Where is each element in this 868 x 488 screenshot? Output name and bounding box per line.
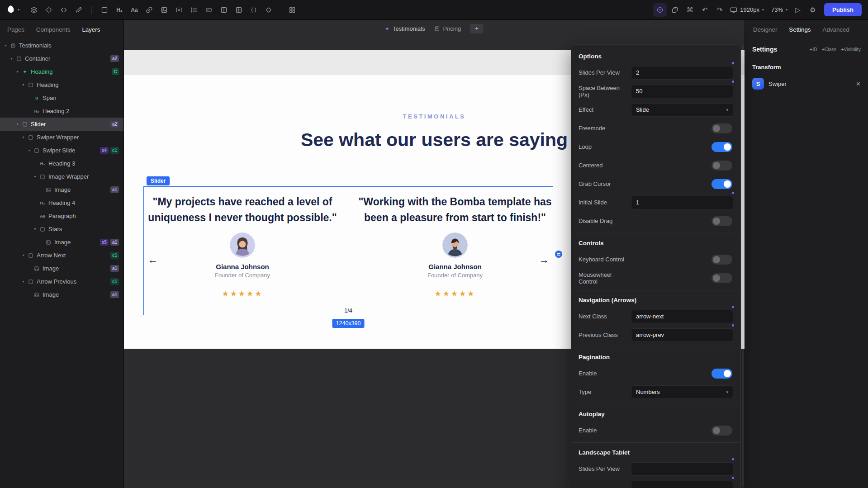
testimonial-quote[interactable]: "Working with the Bomba template has bee… bbox=[357, 194, 553, 226]
code-view-icon[interactable] bbox=[57, 3, 71, 17]
slider-arrow-next[interactable]: → bbox=[539, 253, 549, 266]
select-effect[interactable]: Slide▾ bbox=[631, 103, 733, 117]
layer-heading-4[interactable]: H₄Heading 4 bbox=[0, 196, 123, 209]
tab-advanced[interactable]: Advanced bbox=[823, 26, 849, 33]
transform-swiper-row[interactable]: S Swiper ✕ bbox=[745, 75, 868, 92]
man-portrait-photo[interactable] bbox=[442, 232, 468, 258]
layer-image[interactable]: Imagea1 bbox=[0, 288, 123, 301]
video-icon[interactable] bbox=[172, 3, 186, 17]
link-icon[interactable] bbox=[142, 3, 156, 17]
shortcuts-command-icon[interactable]: ⌘ bbox=[683, 3, 697, 17]
caret-down-icon[interactable]: ▾ bbox=[20, 83, 26, 87]
caret-down-icon[interactable]: ▾ bbox=[26, 148, 32, 152]
elements-stack-icon[interactable] bbox=[27, 3, 41, 17]
layer-swiper-wrapper[interactable]: ▾Swiper Wrapper bbox=[0, 131, 123, 144]
tab-settings[interactable]: Settings bbox=[789, 26, 811, 33]
undo-icon[interactable]: ↶ bbox=[698, 3, 711, 17]
tab-designer[interactable]: Designer bbox=[753, 26, 777, 33]
selection-drag-handle[interactable] bbox=[555, 251, 562, 258]
testimonial-name[interactable]: Gianna Johnson bbox=[357, 263, 553, 270]
layer-slider[interactable]: ▾Slidera2 bbox=[0, 118, 123, 131]
caret-down-icon[interactable]: ▾ bbox=[9, 57, 14, 61]
layer-stars[interactable]: ▾Stars bbox=[0, 223, 123, 236]
toggle-enable[interactable] bbox=[711, 369, 732, 379]
layer-arrow-next[interactable]: ▾Arrow Nextc1 bbox=[0, 249, 123, 262]
add-visibility-button[interactable]: +Visibility bbox=[841, 47, 861, 52]
layer-heading[interactable]: ▾✦HeadingC bbox=[0, 65, 123, 78]
testimonial-role[interactable]: Founder of Company bbox=[145, 272, 340, 279]
text-icon[interactable]: Aa bbox=[128, 3, 141, 17]
shapes-icon[interactable] bbox=[262, 3, 275, 17]
device-width-select[interactable]: 1920px ▾ bbox=[726, 4, 768, 16]
layer-image[interactable]: Imagea1 bbox=[0, 183, 123, 196]
publish-button[interactable]: Publish bbox=[824, 3, 862, 16]
heading-icon[interactable]: H₁ bbox=[113, 3, 126, 17]
inspect-icon[interactable] bbox=[653, 3, 667, 17]
app-logo-menu[interactable]: ▾ bbox=[6, 5, 19, 15]
select-type[interactable]: Numbers▾ bbox=[631, 385, 733, 399]
caret-down-icon[interactable]: ▾ bbox=[14, 70, 20, 74]
layer-container[interactable]: ▾Containera2 bbox=[0, 52, 123, 65]
caret-down-icon[interactable]: ▾ bbox=[14, 122, 20, 126]
toggle-loop[interactable] bbox=[711, 142, 732, 152]
input-previous-class[interactable] bbox=[631, 328, 733, 342]
toggle-disable-drag[interactable] bbox=[711, 216, 732, 226]
grid-icon[interactable] bbox=[232, 3, 246, 17]
testimonial-role[interactable]: Founder of Company bbox=[357, 272, 553, 279]
add-id-button[interactable]: +ID bbox=[810, 47, 817, 52]
caret-down-icon[interactable]: ▾ bbox=[20, 253, 26, 257]
layer-image-wrapper[interactable]: ▾Image Wrapper bbox=[0, 170, 123, 183]
star-rating[interactable]: ★★★★★ bbox=[357, 289, 553, 298]
layer-testimonials[interactable]: ▾Testimonials bbox=[0, 39, 123, 52]
apps-grid-icon[interactable] bbox=[285, 3, 299, 17]
columns-icon[interactable] bbox=[217, 3, 231, 17]
sidebar-tab-pages[interactable]: Pages bbox=[7, 26, 24, 33]
preview-play-icon[interactable]: ▷ bbox=[791, 3, 805, 17]
layer-image[interactable]: Imagex5a1 bbox=[0, 236, 123, 249]
page-tab-pricing[interactable]: Pricing bbox=[434, 25, 461, 32]
caret-down-icon[interactable]: ▾ bbox=[20, 135, 26, 139]
caret-down-icon[interactable]: ▾ bbox=[3, 43, 9, 47]
woman-portrait-photo[interactable] bbox=[230, 232, 255, 258]
input-space-between-px[interactable] bbox=[631, 85, 733, 98]
container-icon[interactable] bbox=[98, 3, 111, 17]
sidebar-tab-layers[interactable]: Layers bbox=[82, 26, 100, 33]
copy-layers-icon[interactable] bbox=[668, 3, 682, 17]
layer-arrow-previous[interactable]: ▾Arrow Previousc1 bbox=[0, 275, 123, 288]
toggle-freemode[interactable] bbox=[711, 123, 732, 133]
remove-transform-icon[interactable]: ✕ bbox=[856, 81, 861, 87]
toggle-mousewheel-control[interactable] bbox=[711, 273, 732, 283]
toggle-centered[interactable] bbox=[711, 161, 732, 171]
layer-image[interactable]: Imagea1 bbox=[0, 262, 123, 275]
embed-code-icon[interactable] bbox=[247, 3, 261, 17]
selection-element-label[interactable]: Slider bbox=[147, 176, 170, 185]
input-next-class[interactable] bbox=[631, 310, 733, 323]
caret-down-icon[interactable]: ▾ bbox=[32, 175, 38, 179]
input-item[interactable] bbox=[631, 481, 733, 488]
component-target-icon[interactable] bbox=[42, 3, 56, 17]
testimonial-slide[interactable]: "Working with the Bomba template has bee… bbox=[357, 194, 553, 298]
toggle-keyboard-control[interactable] bbox=[711, 255, 732, 265]
testimonial-slide[interactable]: "My projects have reached a level of uni… bbox=[145, 194, 340, 298]
toggle-enable[interactable] bbox=[711, 426, 732, 436]
sidebar-tab-components[interactable]: Components bbox=[36, 26, 71, 33]
toggle-grab-cursor[interactable] bbox=[711, 179, 732, 189]
layer-swiper-slide[interactable]: ▾Swiper Slidex4c1 bbox=[0, 144, 123, 157]
page-tab-testimonials[interactable]: ✦Testimonials bbox=[385, 25, 425, 32]
star-rating[interactable]: ★★★★★ bbox=[145, 289, 340, 298]
caret-down-icon[interactable]: ▾ bbox=[32, 227, 38, 231]
layer-paragraph[interactable]: AaParagraph bbox=[0, 209, 123, 223]
layer-heading-3[interactable]: H₃Heading 3 bbox=[0, 157, 123, 170]
testimonial-name[interactable]: Gianna Johnson bbox=[145, 263, 340, 270]
add-class-button[interactable]: +Class bbox=[822, 47, 836, 52]
list-icon[interactable] bbox=[187, 3, 201, 17]
input-slides-per-view[interactable] bbox=[631, 66, 733, 80]
caret-down-icon[interactable]: ▾ bbox=[20, 280, 26, 284]
testimonial-quote[interactable]: "My projects have reached a level of uni… bbox=[145, 194, 340, 226]
slider-selected-element[interactable]: Slider 1240x390 "My projects have reache… bbox=[143, 186, 553, 315]
input-slides-per-view[interactable] bbox=[631, 462, 733, 476]
form-icon[interactable] bbox=[202, 3, 216, 17]
input-initial-slide[interactable] bbox=[631, 196, 733, 209]
image-icon[interactable] bbox=[157, 3, 171, 17]
layer-heading[interactable]: ▾Heading bbox=[0, 78, 123, 91]
